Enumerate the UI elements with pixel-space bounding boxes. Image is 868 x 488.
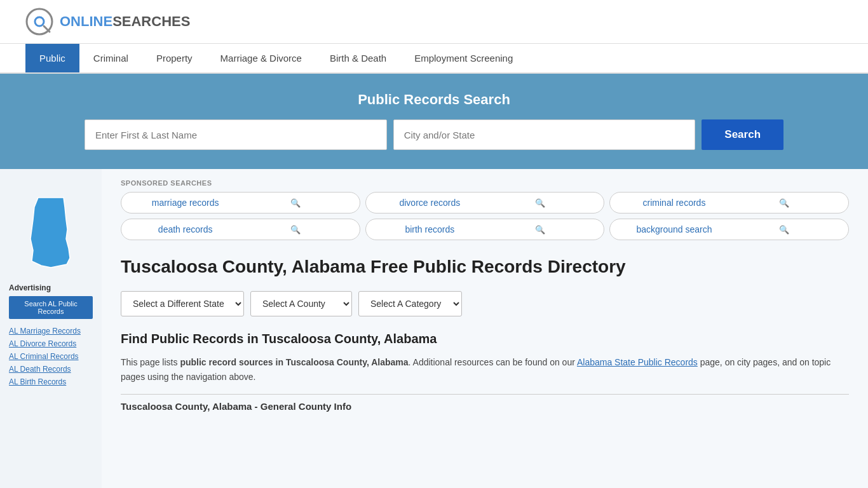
ad-button[interactable]: Search AL Public Records	[9, 296, 93, 319]
state-dropdown[interactable]: Select a Different State	[121, 291, 244, 316]
sponsored-tags: marriage records 🔍 divorce records 🔍 cri…	[121, 192, 849, 240]
search-icon-divorce: 🔍	[485, 198, 595, 208]
section-heading: Find Public Records in Tuscaloosa County…	[121, 332, 849, 346]
tag-criminal[interactable]: criminal records 🔍	[609, 192, 849, 214]
nav-employment[interactable]: Employment Screening	[400, 44, 527, 72]
nav-property[interactable]: Property	[142, 44, 207, 72]
sidebar-link-divorce[interactable]: AL Divorce Records	[9, 339, 76, 348]
page-title: Tuscaloosa County, Alabama Free Public R…	[121, 255, 849, 278]
search-form: Search	[85, 119, 783, 150]
banner-title: Public Records Search	[25, 92, 843, 108]
page-description: This page lists public record sources in…	[121, 355, 849, 384]
sidebar-link-death[interactable]: AL Death Records	[9, 365, 71, 374]
county-info-title: Tuscaloosa County, Alabama - General Cou…	[121, 401, 849, 412]
advertising-label: Advertising	[9, 283, 93, 292]
tag-marriage[interactable]: marriage records 🔍	[121, 192, 360, 214]
alabama-map	[19, 194, 83, 271]
logo-text: ONLINESEARCHES	[60, 13, 190, 30]
search-icon-background: 🔍	[729, 225, 839, 234]
al-public-records-link[interactable]: Alabama State Public Records	[577, 357, 698, 367]
search-button[interactable]: Search	[702, 119, 783, 150]
site-header: ONLINESEARCHES	[0, 0, 868, 44]
main-content: Advertising Search AL Public Records AL …	[0, 169, 868, 488]
search-icon-marriage: 🔍	[240, 198, 350, 208]
nav-marriage-divorce[interactable]: Marriage & Divorce	[207, 44, 316, 72]
sidebar-link-criminal[interactable]: AL Criminal Records	[9, 352, 79, 361]
nav-criminal[interactable]: Criminal	[79, 44, 142, 72]
site-logo[interactable]: ONLINESEARCHES	[25, 8, 190, 36]
search-icon-birth: 🔍	[485, 225, 595, 234]
search-icon-criminal: 🔍	[729, 198, 839, 208]
nav-birth-death[interactable]: Birth & Death	[316, 44, 400, 72]
tag-divorce[interactable]: divorce records 🔍	[365, 192, 605, 214]
tag-background[interactable]: background search 🔍	[609, 219, 849, 240]
svg-marker-3	[31, 198, 70, 268]
search-icon-death: 🔍	[240, 225, 350, 234]
tag-death[interactable]: death records 🔍	[121, 219, 360, 240]
sponsored-label: SPONSORED SEARCHES	[121, 179, 849, 187]
sidebar-link-birth[interactable]: AL Birth Records	[9, 377, 66, 386]
county-info-bar: Tuscaloosa County, Alabama - General Cou…	[121, 394, 849, 412]
logo-icon	[25, 8, 53, 36]
page-content: SPONSORED SEARCHES marriage records 🔍 di…	[102, 169, 868, 488]
description-bold: public record sources in Tuscaloosa Coun…	[180, 357, 408, 367]
sidebar-links: AL Marriage Records AL Divorce Records A…	[9, 325, 93, 386]
county-dropdown[interactable]: Select A County	[250, 291, 352, 316]
category-dropdown[interactable]: Select A Category	[358, 291, 462, 316]
main-nav: Public Criminal Property Marriage & Divo…	[0, 44, 868, 74]
nav-public[interactable]: Public	[25, 44, 79, 72]
sidebar-link-marriage[interactable]: AL Marriage Records	[9, 327, 81, 336]
svg-point-1	[35, 17, 44, 26]
search-banner: Public Records Search Search	[0, 74, 868, 169]
location-input[interactable]	[393, 119, 696, 150]
name-input[interactable]	[85, 119, 387, 150]
sidebar: Advertising Search AL Public Records AL …	[0, 169, 102, 488]
filter-dropdowns: Select a Different State Select A County…	[121, 291, 849, 316]
tag-birth[interactable]: birth records 🔍	[365, 219, 605, 240]
